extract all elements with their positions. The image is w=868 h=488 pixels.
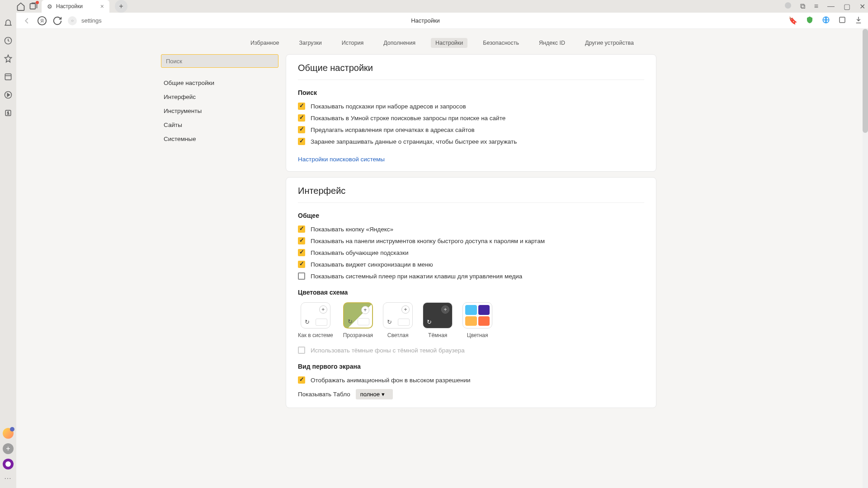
svg-text:1: 1 — [7, 111, 9, 115]
top-nav: Избранное Загрузки История Дополнения На… — [16, 29, 868, 54]
theme-transparent[interactable]: +↻Прозрачная — [343, 302, 373, 338]
square-one-icon[interactable]: 1 — [4, 108, 13, 117]
left-sidebar: 1 + ⋯ — [0, 0, 16, 488]
checkbox[interactable] — [298, 261, 305, 268]
checkbox[interactable] — [298, 225, 305, 233]
browser-tab[interactable]: ⚙ Настройки × — [42, 0, 109, 13]
copy-icon[interactable]: ⧉ — [800, 2, 805, 11]
topnav-item[interactable]: Другие устройства — [580, 38, 638, 48]
page-content: Избранное Загрузки История Дополнения На… — [16, 29, 868, 488]
svg-text:Я: Я — [40, 18, 43, 23]
subsection-title: Вид первого экрана — [298, 363, 644, 370]
checkbox-disabled — [298, 347, 305, 354]
svg-rect-5 — [840, 17, 845, 23]
settings-search-input[interactable] — [161, 54, 278, 68]
voice-icon[interactable] — [3, 459, 14, 469]
theme-system[interactable]: +↻Как в системе — [298, 302, 333, 338]
address-center: Настройки — [411, 17, 440, 24]
leftnav-item[interactable]: Сайты — [161, 118, 278, 132]
reload-button[interactable] — [52, 16, 62, 26]
address-text: settings — [81, 17, 102, 24]
leftnav-item[interactable]: Системные — [161, 132, 278, 146]
tablo-select[interactable]: полное ▾ — [356, 389, 393, 399]
topnav-item[interactable]: Загрузки — [294, 38, 326, 48]
checkbox[interactable] — [298, 272, 305, 280]
svg-point-11 — [5, 461, 11, 467]
checkbox[interactable] — [298, 114, 305, 122]
checkbox-label: Показывать кнопку «Яндекс» — [311, 226, 393, 233]
bookmark-icon[interactable]: 🔖 — [788, 16, 797, 25]
checkbox-label: Показывать виджет синхронизации в меню — [311, 261, 433, 268]
theme-dark[interactable]: +↻Тёмная — [423, 302, 453, 338]
leftnav-item[interactable]: Инструменты — [161, 104, 278, 118]
theme-picker: +↻Как в системе +↻Прозрачная +↻Светлая +… — [298, 302, 644, 338]
subsection-title: Общее — [298, 212, 644, 219]
clock-icon[interactable] — [4, 36, 13, 45]
checkbox[interactable] — [298, 237, 305, 244]
gear-icon: ⚙ — [47, 3, 52, 10]
subsection-title: Цветовая схема — [298, 289, 644, 296]
site-info-icon[interactable]: ○ — [68, 16, 77, 25]
checkbox[interactable] — [298, 138, 305, 145]
theme-light[interactable]: +↻Светлая — [383, 302, 413, 338]
checkbox-label: Показывать в Умной строке поисковые запр… — [311, 115, 505, 122]
search-engine-link[interactable]: Настройки поисковой системы — [298, 156, 385, 163]
more-icon[interactable]: ⋯ — [4, 474, 12, 483]
svg-rect-7 — [5, 74, 11, 80]
checkbox[interactable] — [298, 103, 305, 110]
checkbox-label: Показывать подсказки при наборе адресов … — [311, 103, 466, 110]
checkbox-label: Использовать тёмные фоны с тёмной темой … — [311, 347, 465, 354]
section-title: Общие настройки — [298, 63, 644, 80]
checkbox[interactable] — [298, 126, 305, 133]
checkbox-label: Заранее запрашивать данные о страницах, … — [311, 138, 517, 145]
checkbox-label: Отображать анимационный фон в высоком ра… — [311, 377, 471, 384]
alisa-icon[interactable] — [3, 428, 14, 439]
back-button[interactable] — [22, 16, 32, 26]
topnav-item-active[interactable]: Настройки — [431, 38, 467, 48]
subsection-title: Поиск — [298, 89, 644, 96]
new-tab-button[interactable]: + — [115, 0, 127, 13]
topnav-item[interactable]: Яндекс ID — [534, 38, 570, 48]
add-sidebar-button[interactable]: + — [3, 443, 14, 454]
svg-rect-1 — [30, 4, 36, 9]
yandex-button[interactable]: Я — [37, 16, 47, 26]
title-bar: ⚙ Настройки × + ⧉ ≡ — ▢ ✕ — [0, 0, 868, 13]
leftnav-item[interactable]: Общие настройки — [161, 76, 278, 90]
address-toolbar: Я ○ settings Настройки 🔖 — [16, 13, 868, 29]
theme-color[interactable]: Цветная — [462, 302, 492, 338]
topnav-item[interactable]: История — [337, 38, 368, 48]
checkbox[interactable] — [298, 376, 305, 384]
minimize-icon[interactable]: — — [827, 2, 835, 11]
topnav-item[interactable]: Дополнения — [379, 38, 420, 48]
close-window-icon[interactable]: ✕ — [859, 2, 865, 11]
interface-card: Интерфейс Общее Показывать кнопку «Яндек… — [286, 177, 656, 408]
bell-icon[interactable] — [4, 18, 13, 27]
close-tab-icon[interactable]: × — [100, 3, 104, 10]
tabs-icon[interactable] — [29, 2, 38, 11]
section-title: Интерфейс — [298, 186, 644, 203]
menu-icon[interactable]: ≡ — [814, 2, 818, 11]
scrollbar-thumb[interactable] — [863, 29, 868, 133]
address-bar[interactable]: ○ settings Настройки — [68, 16, 783, 25]
account-dot-icon[interactable] — [785, 2, 791, 9]
shield-icon[interactable] — [806, 16, 814, 26]
collections-icon[interactable] — [4, 72, 13, 81]
maximize-icon[interactable]: ▢ — [844, 2, 850, 11]
checkbox-label: Показывать на панели инструментов кнопку… — [311, 238, 545, 244]
select-label: Показывать Табло — [298, 391, 350, 398]
tab-title: Настройки — [56, 3, 83, 9]
settings-left-nav: Общие настройки Интерфейс Инструменты Са… — [161, 76, 278, 146]
checkbox[interactable] — [298, 249, 305, 256]
checkbox-label: Показывать системный плеер при нажатии к… — [311, 273, 522, 280]
topnav-item[interactable]: Безопасность — [478, 38, 524, 48]
downloads-icon[interactable] — [854, 16, 863, 26]
leftnav-item[interactable]: Интерфейс — [161, 90, 278, 104]
globe-icon[interactable] — [822, 16, 830, 26]
topnav-item[interactable]: Избранное — [246, 38, 283, 48]
extensions-icon[interactable] — [838, 16, 846, 26]
home-icon[interactable] — [16, 2, 25, 11]
general-settings-card: Общие настройки Поиск Показывать подсказ… — [286, 54, 656, 172]
play-icon[interactable] — [4, 90, 13, 99]
star-icon[interactable] — [4, 54, 13, 63]
checkbox-label: Предлагать исправления при опечатках в а… — [311, 127, 475, 133]
